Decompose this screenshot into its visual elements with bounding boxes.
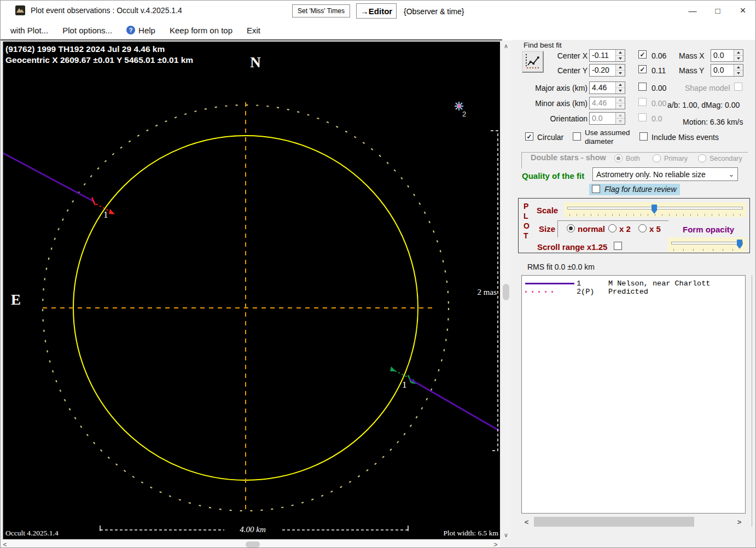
major-axis-down-icon[interactable] — [616, 88, 625, 94]
double-stars-secondary-radio — [698, 154, 706, 162]
double-stars-title: Double stars - show — [528, 153, 608, 162]
center-y-value[interactable]: -0.20 — [590, 65, 615, 76]
center-y-label: Center Y — [545, 66, 588, 75]
center-x-sigma-checkbox[interactable]: ✓ — [638, 50, 647, 59]
plot-title-line1: (91762) 1999 TH192 2024 Jul 29 4.46 km — [5, 44, 165, 54]
disappearance-arrow-icon — [109, 209, 115, 214]
center-x-value[interactable]: -0.11 — [590, 50, 615, 61]
star-2-marker-icon — [455, 102, 463, 110]
orientation-sigma-checkbox — [638, 113, 647, 121]
scale-slider[interactable] — [564, 202, 746, 217]
scroll-left-icon[interactable]: < — [1, 540, 9, 548]
quality-value: Astrometry only. No reliable size — [593, 170, 725, 179]
major-axis-sigma-checkbox[interactable] — [638, 83, 647, 91]
use-assumed-checkbox[interactable] — [573, 132, 581, 141]
quality-label: Quality of the fit — [522, 171, 584, 180]
legend-row-2[interactable]: 2(P) Predicted — [522, 287, 745, 296]
shape-model-checkbox[interactable] — [734, 83, 742, 91]
legend-listbox[interactable]: 1 M Nelson, near Charlott 2(P) Predicted — [521, 275, 746, 514]
size-x5-radio[interactable] — [638, 224, 647, 232]
menu-help[interactable]: ? Help — [126, 26, 155, 35]
form-opacity-slider[interactable] — [668, 237, 746, 252]
legend-scroll-thumb[interactable] — [534, 517, 694, 527]
plot-version-label: Occult 4.2025.1.4 — [5, 529, 59, 537]
size-x5-label: x 5 — [649, 224, 661, 234]
scroll-range-checkbox[interactable] — [614, 242, 622, 250]
form-opacity-track[interactable] — [671, 242, 743, 244]
app-window: Plot event observations : Occult v.4.202… — [0, 0, 756, 548]
major-axis-value[interactable]: 4.46 — [590, 82, 615, 94]
plot-horizontal-scrollbar[interactable]: < > — [1, 540, 500, 548]
mass-x-input[interactable]: 0.0 — [711, 49, 743, 62]
mass-y-down-icon[interactable] — [734, 70, 743, 76]
mass-x-label: Mass X — [679, 51, 705, 60]
major-axis-up-icon[interactable] — [616, 82, 625, 88]
observer-time-label: {Observer & time} — [404, 7, 464, 16]
horizontal-scroll-thumb[interactable] — [246, 541, 260, 547]
set-miss-times-button[interactable]: Set 'Miss' Times — [292, 4, 350, 18]
scale-slider-thumb[interactable] — [652, 205, 657, 214]
double-stars-secondary-label: Secondary — [710, 155, 742, 162]
scroll-down-icon[interactable]: ∨ — [501, 530, 511, 539]
flag-review-checkbox[interactable] — [592, 185, 600, 193]
legend-row-1[interactable]: 1 M Nelson, near Charlott — [522, 279, 745, 288]
legend-scroll-right-icon[interactable]: > — [735, 517, 743, 527]
mass-y-up-icon[interactable] — [734, 65, 743, 70]
center-x-up-icon[interactable] — [616, 50, 625, 55]
include-miss-checkbox[interactable] — [639, 132, 648, 141]
menu-with-plot[interactable]: with Plot... — [10, 26, 48, 35]
scroll-up-icon[interactable]: ∧ — [501, 42, 511, 50]
legend-row-2-name: Predicted — [608, 288, 648, 296]
plot-canvas[interactable]: 1 1 2 — [3, 42, 500, 539]
size-x2-radio[interactable] — [608, 224, 617, 232]
vertical-scroll-thumb[interactable] — [503, 284, 509, 300]
window-title: Plot event observations : Occult v.4.202… — [31, 6, 182, 15]
menu-plot-options[interactable]: Plot options... — [62, 26, 112, 35]
menu-keep-on-top[interactable]: Keep form on top — [170, 26, 232, 35]
flag-review-label: Flag for future review — [604, 185, 677, 194]
scale-slider-ticks — [569, 214, 741, 216]
legend-scroll-left-icon[interactable]: < — [522, 517, 531, 527]
minor-axis-up-icon — [616, 97, 625, 103]
north-label: N — [250, 54, 261, 71]
center-y-sigma-checkbox[interactable]: ✓ — [638, 65, 647, 73]
use-assumed-label: Use assumed diameter — [585, 129, 637, 145]
include-miss-label: Include Miss events — [652, 133, 719, 142]
size-normal-radio[interactable] — [567, 224, 575, 232]
window-controls: — □ × — [680, 1, 755, 20]
maximize-button[interactable]: □ — [705, 1, 730, 20]
form-opacity-thumb[interactable] — [737, 240, 742, 249]
orientation-label: Orientation — [530, 114, 588, 123]
mass-y-input[interactable]: 0.0 — [711, 64, 743, 77]
circular-checkbox[interactable]: ✓ — [525, 132, 533, 141]
center-x-input[interactable]: -0.11 — [589, 49, 625, 62]
panel-right-edge — [752, 275, 752, 527]
mass-x-down-icon[interactable] — [734, 55, 743, 61]
plot-letter-o: O — [524, 221, 530, 230]
form-opacity-label: Form opacity — [683, 225, 734, 234]
menu-exit[interactable]: Exit — [247, 26, 260, 35]
minimize-button[interactable]: — — [680, 1, 705, 20]
find-best-fit-button[interactable] — [522, 51, 544, 73]
star-2-label: 2 — [462, 110, 466, 118]
major-axis-input[interactable]: 4.46 — [589, 81, 625, 94]
chord-1-disappear-label: 1 — [103, 209, 108, 220]
close-button[interactable]: × — [730, 1, 755, 20]
minor-axis-value: 4.46 — [590, 97, 615, 109]
center-x-down-icon[interactable] — [616, 55, 625, 61]
mass-x-up-icon[interactable] — [734, 50, 743, 55]
editor-button[interactable]: →Editor — [356, 3, 397, 19]
mass-x-value[interactable]: 0.0 — [711, 50, 734, 61]
center-y-input[interactable]: -0.20 — [589, 64, 625, 77]
scroll-right-icon[interactable]: > — [491, 540, 500, 548]
minor-axis-down-icon — [616, 103, 625, 109]
plot-vertical-scrollbar[interactable]: ∧ ∨ — [501, 42, 511, 539]
minor-axis-input: 4.46 — [589, 97, 625, 109]
center-y-up-icon[interactable] — [616, 65, 625, 70]
center-y-down-icon[interactable] — [616, 70, 625, 76]
plot-title-line2: Geocentric X 2609.67 ±0.01 Y 5465.01 ±0.… — [5, 55, 193, 65]
chord-1-exit-line — [410, 379, 499, 430]
orientation-up-icon — [616, 113, 625, 118]
quality-select[interactable]: Astrometry only. No reliable size ⌄ — [592, 167, 738, 181]
mass-y-value[interactable]: 0.0 — [711, 65, 734, 76]
